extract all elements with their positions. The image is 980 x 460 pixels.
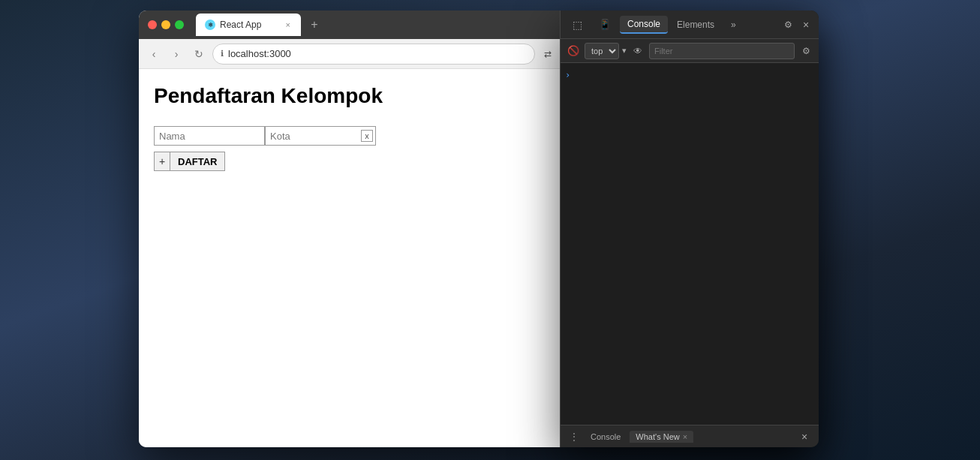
traffic-lights <box>148 20 184 29</box>
address-bar[interactable]: ℹ localhost:3000 <box>212 44 535 65</box>
devtools-tab-elements[interactable]: Elements <box>669 17 722 33</box>
back-button[interactable]: ‹ <box>145 45 163 63</box>
devtools-prompt: › <box>565 70 570 80</box>
tab-title: React App <box>220 20 280 30</box>
devtools-footer-console-tab[interactable]: Console <box>585 431 627 443</box>
tab-close-button[interactable]: × <box>284 19 292 31</box>
active-tab[interactable]: ⚛ React App × <box>196 14 301 36</box>
maximize-window-button[interactable] <box>175 20 184 29</box>
devtools-body: › <box>561 63 819 425</box>
devtools-dropdown-icon: ▾ <box>622 46 627 56</box>
devtools-filter-input[interactable] <box>649 43 795 59</box>
devtools-footer-menu-button[interactable]: ⋮ <box>567 429 582 444</box>
devtools-panel: ⬚ 📱 Console Elements » ⚙ × 🚫 top ▾ 👁 ⚙ ›… <box>560 11 819 447</box>
devtools-footer: ⋮ Console What's New × × <box>561 425 819 447</box>
devtools-close-button[interactable]: × <box>798 17 814 33</box>
url-text: localhost:3000 <box>228 48 527 59</box>
devtools-eye-button[interactable]: 👁 <box>630 43 646 59</box>
tab-favicon-icon: ⚛ <box>205 20 215 30</box>
devtools-tab-device[interactable]: 📱 <box>591 16 618 33</box>
devtools-settings-button[interactable]: ⚙ <box>780 17 796 33</box>
reload-button[interactable]: ↻ <box>190 45 208 63</box>
nama-input[interactable] <box>154 126 265 146</box>
daftar-button[interactable]: DAFTAR <box>170 152 225 171</box>
lock-icon: ℹ <box>221 49 224 59</box>
kota-clear-button[interactable]: x <box>361 130 373 142</box>
close-window-button[interactable] <box>148 20 157 29</box>
minimize-window-button[interactable] <box>161 20 170 29</box>
forward-button[interactable]: › <box>167 45 185 63</box>
devtools-toolbar-settings-button[interactable]: ⚙ <box>798 43 814 59</box>
devtools-tab-inspect[interactable]: ⬚ <box>565 16 590 34</box>
devtools-footer-whatsnew-tab[interactable]: What's New × <box>630 431 693 443</box>
add-member-button[interactable]: + <box>154 152 170 171</box>
devtools-header: ⬚ 📱 Console Elements » ⚙ × <box>561 11 819 39</box>
devtools-context-select[interactable]: top <box>585 43 619 59</box>
kota-input-wrapper: x <box>265 126 376 146</box>
devtools-more-tabs[interactable]: » <box>723 17 744 33</box>
translate-icon[interactable]: ⇄ <box>540 46 556 62</box>
new-tab-button[interactable]: + <box>304 14 325 35</box>
kota-input[interactable] <box>265 126 376 146</box>
devtools-header-right: ⚙ × <box>780 17 814 33</box>
devtools-toolbar: 🚫 top ▾ 👁 ⚙ <box>561 39 819 63</box>
devtools-footer-whatsnew-label: What's New <box>636 432 679 441</box>
devtools-footer-whatsnew-close[interactable]: × <box>683 432 687 441</box>
devtools-no-entry-icon[interactable]: 🚫 <box>565 43 582 59</box>
devtools-footer-close-button[interactable]: × <box>796 428 813 445</box>
devtools-tab-console[interactable]: Console <box>620 16 668 34</box>
